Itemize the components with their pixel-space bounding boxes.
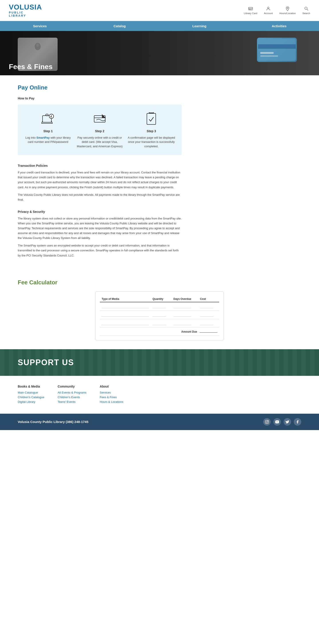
nav-activities[interactable]: Activities [239, 21, 319, 31]
library-card-icon [248, 6, 253, 11]
cost-input-1[interactable] [200, 305, 213, 308]
support-us-title: SUPPORT US [0, 358, 92, 367]
transaction-policies-title: Transaction Policies [18, 164, 182, 168]
svg-rect-11 [258, 39, 296, 61]
transaction-policies-section: Transaction Policies If your credit card… [18, 164, 182, 202]
amount-due-value [200, 332, 217, 333]
svg-rect-25 [147, 114, 156, 124]
youtube-icon[interactable] [273, 418, 281, 426]
days-overdue-input-3[interactable] [174, 322, 191, 325]
quantity-input-1[interactable] [152, 305, 166, 308]
media-type-input-1[interactable] [102, 305, 149, 308]
library-card-nav[interactable]: Library Card [244, 6, 258, 14]
col-days-overdue: Days Overdue [172, 296, 198, 302]
media-type-input-2[interactable] [102, 313, 149, 317]
quantity-input-2[interactable] [152, 313, 166, 317]
svg-line-8 [307, 9, 308, 11]
step-2: Step 2 Pay securely online with a credit… [76, 111, 123, 148]
footer-col-community: Community All Events & Programs Children… [58, 385, 86, 405]
main-nav: Services Catalog Learning Activities [0, 21, 319, 31]
account-label: Account [264, 12, 273, 14]
svg-rect-12 [258, 44, 296, 49]
step-3-icon [144, 111, 159, 127]
smartpay-link[interactable]: SmartPay [36, 136, 50, 139]
footer-childrens-catalogue[interactable]: Children's Catalogue [18, 396, 44, 399]
step-1-icon [40, 111, 56, 127]
privacy-security-p2: The SmartPay system uses an encrypted we… [18, 243, 182, 258]
step-1-text: Log into SmartPay with your library card… [24, 136, 72, 144]
search-label: Search [302, 12, 310, 14]
step-2-text: Pay securely online with a credit or deb… [76, 136, 123, 148]
step-3-label: Step 3 [147, 129, 156, 133]
table-row [100, 319, 219, 327]
main-content: Pay Online How to Pay Step 1 Log into Sm… [0, 75, 200, 274]
search-icon [304, 6, 309, 11]
cost-input-3[interactable] [200, 322, 213, 325]
page-hero-title: Fees & Fines [0, 58, 61, 75]
credit-card-visual [257, 38, 297, 62]
footer-library-info: Volusia County Public Library (386) 248-… [18, 420, 88, 424]
logo-public: PUBLIC [9, 11, 42, 14]
footer-all-events[interactable]: All Events & Programs [58, 391, 86, 394]
media-type-input-3[interactable] [102, 322, 149, 325]
how-to-pay-label: How to Pay [18, 96, 182, 100]
site-header: VOLUSIA PUBLIC LIBRARY Library Card [0, 0, 319, 21]
logo-volusia: VOLUSIA [9, 3, 42, 11]
hours-location-nav[interactable]: Hours/Location [279, 6, 296, 14]
privacy-security-p1: The library system does not collect or s… [18, 216, 182, 240]
quantity-input-3[interactable] [152, 322, 166, 325]
svg-line-17 [52, 121, 52, 123]
header-icons: Library Card Account Hours/Location [244, 6, 310, 14]
footer-fees-fines[interactable]: Fees & Fines [100, 396, 123, 399]
svg-rect-13 [260, 52, 274, 54]
hours-location-label: Hours/Location [279, 12, 296, 14]
hero-banner: Fees & Fines [0, 31, 319, 75]
steps-container: Step 1 Log into SmartPay with your libra… [18, 104, 182, 155]
twitter-icon[interactable] [284, 418, 291, 426]
footer-links: Books & Media Main Catalogue Children's … [0, 376, 319, 414]
svg-point-7 [304, 7, 307, 10]
transaction-policies-p2: The Volusia County Public Library does n… [18, 192, 182, 202]
days-overdue-input-1[interactable] [174, 305, 191, 308]
svg-point-31 [268, 421, 268, 421]
footer-services[interactable]: Services [100, 391, 123, 394]
col-type-of-media: Type of Media [100, 296, 151, 302]
footer-digital-library[interactable]: Digital Library [18, 400, 44, 404]
fee-table-wrapper: Type of Media Quantity Days Overdue Cost [95, 292, 224, 340]
nav-learning[interactable]: Learning [160, 21, 239, 31]
footer-childrens-events[interactable]: Children's Events [58, 396, 86, 399]
search-nav[interactable]: Search [302, 6, 310, 14]
site-logo[interactable]: VOLUSIA PUBLIC LIBRARY [9, 3, 42, 18]
table-row [100, 310, 219, 319]
hours-location-icon [285, 6, 290, 11]
footer-main-catalogue[interactable]: Main Catalogue [18, 391, 44, 394]
amount-due-label: Amount Due [181, 330, 197, 333]
account-icon [266, 6, 271, 11]
fee-calculator-section: Fee Calculator Type of Media Quantity Da… [0, 279, 319, 349]
svg-rect-29 [266, 420, 269, 424]
cost-input-2[interactable] [200, 313, 213, 317]
instagram-icon[interactable] [263, 418, 271, 426]
svg-point-5 [268, 7, 269, 9]
account-nav[interactable]: Account [264, 6, 273, 14]
col-quantity: Quantity [151, 296, 172, 302]
nav-catalog[interactable]: Catalog [80, 21, 160, 31]
footer-hours-locations[interactable]: Hours & Locations [100, 400, 123, 404]
footer-teens-events[interactable]: Teens' Events [58, 400, 86, 404]
step-3-text: A confirmation page will be displayed on… [128, 136, 175, 148]
nav-services[interactable]: Services [0, 21, 80, 31]
facebook-icon[interactable] [294, 418, 301, 426]
svg-point-6 [287, 8, 288, 9]
days-overdue-input-2[interactable] [174, 313, 191, 317]
footer-col-books-heading: Books & Media [18, 385, 44, 388]
pay-online-title: Pay Online [18, 84, 182, 91]
footer-col-about-heading: About [100, 385, 123, 388]
svg-point-30 [266, 421, 268, 423]
footer-col-about: About Services Fees & Fines Hours & Loca… [100, 385, 123, 405]
support-us-section: SUPPORT US [0, 349, 319, 376]
step-1-label: Step 1 [44, 129, 53, 133]
library-card-label: Library Card [244, 12, 258, 14]
footer-col-books-media: Books & Media Main Catalogue Children's … [18, 385, 44, 405]
amount-due-row: Amount Due [100, 327, 219, 336]
footer-col-community-heading: Community [58, 385, 86, 388]
